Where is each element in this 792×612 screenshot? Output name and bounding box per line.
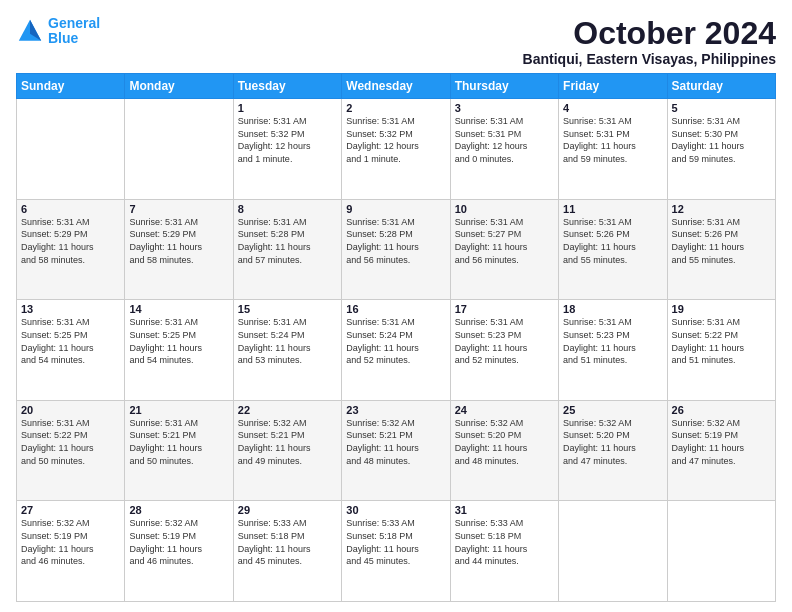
day-info: Sunrise: 5:33 AM Sunset: 5:18 PM Dayligh… [455, 517, 554, 567]
day-number: 17 [455, 303, 554, 315]
day-number: 9 [346, 203, 445, 215]
calendar-cell: 28Sunrise: 5:32 AM Sunset: 5:19 PM Dayli… [125, 501, 233, 602]
day-number: 20 [21, 404, 120, 416]
calendar-cell: 15Sunrise: 5:31 AM Sunset: 5:24 PM Dayli… [233, 300, 341, 401]
calendar-cell: 11Sunrise: 5:31 AM Sunset: 5:26 PM Dayli… [559, 199, 667, 300]
day-info: Sunrise: 5:31 AM Sunset: 5:31 PM Dayligh… [563, 115, 662, 165]
day-info: Sunrise: 5:31 AM Sunset: 5:22 PM Dayligh… [21, 417, 120, 467]
day-info: Sunrise: 5:31 AM Sunset: 5:24 PM Dayligh… [346, 316, 445, 366]
calendar-cell: 27Sunrise: 5:32 AM Sunset: 5:19 PM Dayli… [17, 501, 125, 602]
calendar-cell: 16Sunrise: 5:31 AM Sunset: 5:24 PM Dayli… [342, 300, 450, 401]
calendar-cell: 13Sunrise: 5:31 AM Sunset: 5:25 PM Dayli… [17, 300, 125, 401]
day-info: Sunrise: 5:32 AM Sunset: 5:19 PM Dayligh… [21, 517, 120, 567]
day-number: 16 [346, 303, 445, 315]
calendar-cell: 25Sunrise: 5:32 AM Sunset: 5:20 PM Dayli… [559, 400, 667, 501]
calendar-cell: 30Sunrise: 5:33 AM Sunset: 5:18 PM Dayli… [342, 501, 450, 602]
day-info: Sunrise: 5:31 AM Sunset: 5:26 PM Dayligh… [672, 216, 771, 266]
calendar-cell: 4Sunrise: 5:31 AM Sunset: 5:31 PM Daylig… [559, 99, 667, 200]
day-info: Sunrise: 5:31 AM Sunset: 5:32 PM Dayligh… [346, 115, 445, 165]
day-number: 14 [129, 303, 228, 315]
calendar-cell: 9Sunrise: 5:31 AM Sunset: 5:28 PM Daylig… [342, 199, 450, 300]
logo-text: General Blue [48, 16, 100, 47]
day-number: 13 [21, 303, 120, 315]
day-info: Sunrise: 5:33 AM Sunset: 5:18 PM Dayligh… [346, 517, 445, 567]
day-number: 24 [455, 404, 554, 416]
calendar-cell: 2Sunrise: 5:31 AM Sunset: 5:32 PM Daylig… [342, 99, 450, 200]
day-info: Sunrise: 5:31 AM Sunset: 5:29 PM Dayligh… [129, 216, 228, 266]
day-info: Sunrise: 5:31 AM Sunset: 5:32 PM Dayligh… [238, 115, 337, 165]
day-number: 6 [21, 203, 120, 215]
day-number: 18 [563, 303, 662, 315]
calendar-cell [17, 99, 125, 200]
day-info: Sunrise: 5:31 AM Sunset: 5:21 PM Dayligh… [129, 417, 228, 467]
day-number: 21 [129, 404, 228, 416]
calendar-cell: 3Sunrise: 5:31 AM Sunset: 5:31 PM Daylig… [450, 99, 558, 200]
col-saturday: Saturday [667, 74, 775, 99]
calendar-cell: 14Sunrise: 5:31 AM Sunset: 5:25 PM Dayli… [125, 300, 233, 401]
col-wednesday: Wednesday [342, 74, 450, 99]
day-number: 10 [455, 203, 554, 215]
calendar-week-5: 27Sunrise: 5:32 AM Sunset: 5:19 PM Dayli… [17, 501, 776, 602]
location-subtitle: Bantiqui, Eastern Visayas, Philippines [523, 51, 776, 67]
calendar-cell: 12Sunrise: 5:31 AM Sunset: 5:26 PM Dayli… [667, 199, 775, 300]
calendar-cell: 7Sunrise: 5:31 AM Sunset: 5:29 PM Daylig… [125, 199, 233, 300]
day-number: 22 [238, 404, 337, 416]
calendar-cell: 1Sunrise: 5:31 AM Sunset: 5:32 PM Daylig… [233, 99, 341, 200]
calendar-header-row: Sunday Monday Tuesday Wednesday Thursday… [17, 74, 776, 99]
calendar-cell: 24Sunrise: 5:32 AM Sunset: 5:20 PM Dayli… [450, 400, 558, 501]
day-info: Sunrise: 5:32 AM Sunset: 5:20 PM Dayligh… [455, 417, 554, 467]
day-info: Sunrise: 5:32 AM Sunset: 5:19 PM Dayligh… [672, 417, 771, 467]
header: General Blue October 2024 Bantiqui, East… [16, 16, 776, 67]
day-number: 30 [346, 504, 445, 516]
page: General Blue October 2024 Bantiqui, East… [0, 0, 792, 612]
calendar-cell [559, 501, 667, 602]
day-number: 19 [672, 303, 771, 315]
day-number: 2 [346, 102, 445, 114]
calendar-cell: 17Sunrise: 5:31 AM Sunset: 5:23 PM Dayli… [450, 300, 558, 401]
calendar-cell: 29Sunrise: 5:33 AM Sunset: 5:18 PM Dayli… [233, 501, 341, 602]
calendar-table: Sunday Monday Tuesday Wednesday Thursday… [16, 73, 776, 602]
day-number: 5 [672, 102, 771, 114]
calendar-cell: 10Sunrise: 5:31 AM Sunset: 5:27 PM Dayli… [450, 199, 558, 300]
day-info: Sunrise: 5:31 AM Sunset: 5:31 PM Dayligh… [455, 115, 554, 165]
month-title: October 2024 [523, 16, 776, 51]
day-number: 15 [238, 303, 337, 315]
calendar-cell: 22Sunrise: 5:32 AM Sunset: 5:21 PM Dayli… [233, 400, 341, 501]
calendar-cell: 31Sunrise: 5:33 AM Sunset: 5:18 PM Dayli… [450, 501, 558, 602]
day-number: 23 [346, 404, 445, 416]
logo: General Blue [16, 16, 100, 47]
day-info: Sunrise: 5:31 AM Sunset: 5:29 PM Dayligh… [21, 216, 120, 266]
day-info: Sunrise: 5:32 AM Sunset: 5:20 PM Dayligh… [563, 417, 662, 467]
day-info: Sunrise: 5:31 AM Sunset: 5:28 PM Dayligh… [238, 216, 337, 266]
day-info: Sunrise: 5:31 AM Sunset: 5:22 PM Dayligh… [672, 316, 771, 366]
calendar-week-4: 20Sunrise: 5:31 AM Sunset: 5:22 PM Dayli… [17, 400, 776, 501]
calendar-cell: 8Sunrise: 5:31 AM Sunset: 5:28 PM Daylig… [233, 199, 341, 300]
calendar-week-1: 1Sunrise: 5:31 AM Sunset: 5:32 PM Daylig… [17, 99, 776, 200]
col-monday: Monday [125, 74, 233, 99]
day-info: Sunrise: 5:32 AM Sunset: 5:21 PM Dayligh… [238, 417, 337, 467]
calendar-cell: 18Sunrise: 5:31 AM Sunset: 5:23 PM Dayli… [559, 300, 667, 401]
day-number: 26 [672, 404, 771, 416]
calendar-week-2: 6Sunrise: 5:31 AM Sunset: 5:29 PM Daylig… [17, 199, 776, 300]
day-info: Sunrise: 5:31 AM Sunset: 5:25 PM Dayligh… [21, 316, 120, 366]
day-number: 7 [129, 203, 228, 215]
day-info: Sunrise: 5:31 AM Sunset: 5:25 PM Dayligh… [129, 316, 228, 366]
day-number: 12 [672, 203, 771, 215]
calendar-cell: 26Sunrise: 5:32 AM Sunset: 5:19 PM Dayli… [667, 400, 775, 501]
day-number: 29 [238, 504, 337, 516]
day-number: 11 [563, 203, 662, 215]
col-sunday: Sunday [17, 74, 125, 99]
day-info: Sunrise: 5:31 AM Sunset: 5:26 PM Dayligh… [563, 216, 662, 266]
col-friday: Friday [559, 74, 667, 99]
day-number: 3 [455, 102, 554, 114]
calendar-cell: 6Sunrise: 5:31 AM Sunset: 5:29 PM Daylig… [17, 199, 125, 300]
calendar-cell: 21Sunrise: 5:31 AM Sunset: 5:21 PM Dayli… [125, 400, 233, 501]
day-info: Sunrise: 5:31 AM Sunset: 5:30 PM Dayligh… [672, 115, 771, 165]
day-number: 27 [21, 504, 120, 516]
day-info: Sunrise: 5:33 AM Sunset: 5:18 PM Dayligh… [238, 517, 337, 567]
day-number: 4 [563, 102, 662, 114]
calendar-cell: 20Sunrise: 5:31 AM Sunset: 5:22 PM Dayli… [17, 400, 125, 501]
day-info: Sunrise: 5:31 AM Sunset: 5:27 PM Dayligh… [455, 216, 554, 266]
day-info: Sunrise: 5:32 AM Sunset: 5:19 PM Dayligh… [129, 517, 228, 567]
col-thursday: Thursday [450, 74, 558, 99]
